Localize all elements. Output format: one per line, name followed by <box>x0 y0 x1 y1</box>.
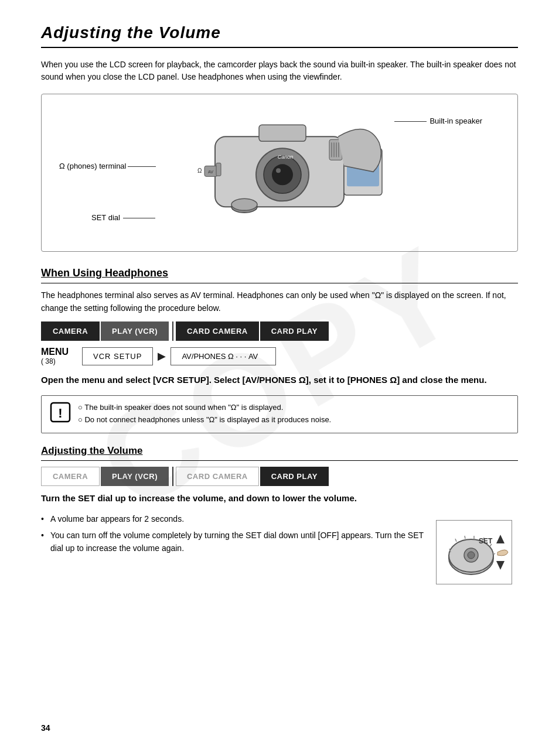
menu-row: MENU ( 38) VCR SETUP ▶ AV/PHONES Ω · · ·… <box>41 347 518 365</box>
label-builtin-speaker: Built-in speaker <box>430 117 482 125</box>
headphones-intro-text: The headphones terminal also serves as A… <box>41 289 518 314</box>
svg-rect-19 <box>216 163 221 176</box>
mode-card-camera-1: CARD CAMERA <box>176 321 259 341</box>
headphones-divider <box>41 283 518 283</box>
phones-label-text: Ω (phones) terminal <box>59 162 127 170</box>
svg-marker-35 <box>496 561 505 570</box>
mode-separator-1 <box>172 321 173 341</box>
warning-line1: ○ The built-in speaker does not sound wh… <box>78 402 331 414</box>
svg-point-4 <box>276 168 281 173</box>
diagram-inner: Built-in speaker AV <box>59 106 500 240</box>
bottom-right: SET <box>436 492 518 584</box>
mode-play-vcr-2: PLAY (VCR) <box>101 467 169 486</box>
svg-text:SET: SET <box>479 537 493 545</box>
volume-divider <box>41 460 518 461</box>
menu-arrow-icon: ▶ <box>158 350 166 362</box>
label-phones: Ω (phones) terminal <box>59 162 127 170</box>
headphones-section-title: When Using Headphones <box>41 267 518 279</box>
mode-card-play-2: CARD PLAY <box>260 467 329 486</box>
bullet-item-2: You can turn off the volume completely b… <box>41 529 424 555</box>
svg-point-3 <box>272 164 293 185</box>
title-divider <box>41 47 518 48</box>
mode-bar-1: CAMERA PLAY (VCR) CARD CAMERA CARD PLAY <box>41 321 518 341</box>
av-phones-result-box: AV/PHONES Ω · · · AV <box>171 347 276 365</box>
menu-page-ref: ( 38) <box>41 357 82 365</box>
set-dial-image: SET <box>436 520 512 584</box>
bullet-list: A volume bar appears for 2 seconds. You … <box>41 513 424 555</box>
mode-separator-2 <box>172 467 173 486</box>
warning-box: ! ○ The built-in speaker does not sound … <box>41 395 518 433</box>
intro-paragraph: When you use the LCD screen for playback… <box>41 59 518 83</box>
menu-label-text: MENU ( 38) <box>41 347 82 365</box>
mode-bar-2: CAMERA PLAY (VCR) CARD CAMERA CARD PLAY <box>41 467 518 486</box>
svg-rect-5 <box>259 125 306 141</box>
page-number: 34 <box>41 723 50 733</box>
instruction-1-text: Open the menu and select [VCR SETUP]. Se… <box>41 374 518 387</box>
bullet-item-1: A volume bar appears for 2 seconds. <box>41 513 424 526</box>
vcr-setup-box: VCR SETUP <box>82 347 153 365</box>
svg-text:Ω: Ω <box>197 167 202 174</box>
warning-text-block: ○ The built-in speaker does not sound wh… <box>78 402 331 427</box>
svg-marker-34 <box>496 535 505 543</box>
menu-word: MENU <box>41 347 69 357</box>
warning-icon: ! <box>50 402 71 427</box>
bottom-section: Turn the SET dial up to increase the vol… <box>41 492 518 584</box>
warning-line2: ○ Do not connect headphones unless "Ω" i… <box>78 414 331 426</box>
mode-camera-1: CAMERA <box>41 321 100 341</box>
mode-card-camera-2: CARD CAMERA <box>176 467 259 486</box>
mode-camera-2: CAMERA <box>41 467 100 486</box>
mode-play-vcr-1: PLAY (VCR) <box>101 321 169 341</box>
label-set-dial: SET dial <box>91 213 120 222</box>
volume-section-title: Adjusting the Volume <box>41 445 518 457</box>
svg-line-26 <box>465 536 465 539</box>
instruction-2-text: Turn the SET dial up to increase the vol… <box>41 492 424 505</box>
svg-line-25 <box>455 539 456 542</box>
bottom-left: Turn the SET dial up to increase the vol… <box>41 492 424 584</box>
svg-text:!: ! <box>58 406 62 420</box>
svg-text:Canon: Canon <box>278 154 294 160</box>
page-title: Adjusting the Volume <box>41 23 518 42</box>
mode-card-play-1: CARD PLAY <box>260 321 329 341</box>
diagram-box: Built-in speaker AV <box>41 94 518 252</box>
svg-point-15 <box>231 199 257 210</box>
camera-illustration: AV Ω Canon <box>168 107 391 226</box>
svg-point-32 <box>468 552 475 559</box>
svg-text:AV: AV <box>208 170 213 174</box>
